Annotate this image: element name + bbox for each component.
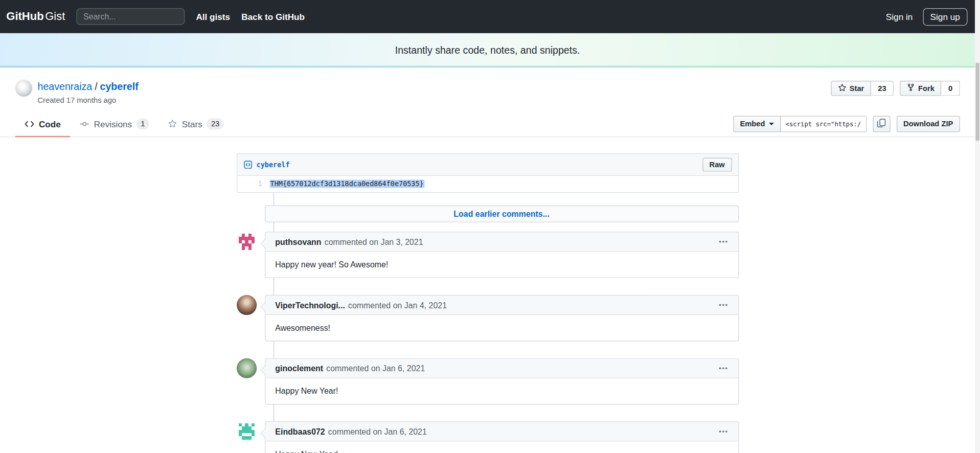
embed-dropdown-button[interactable]: Embed	[733, 116, 781, 132]
user-avatar[interactable]	[236, 358, 256, 378]
comment-author-link[interactable]: Eindbaas072	[275, 427, 325, 436]
created-timestamp: Created 17 months ago	[37, 96, 138, 105]
copy-icon	[877, 119, 886, 130]
caret-down-icon	[769, 123, 774, 125]
kebab-menu-icon[interactable]	[718, 237, 728, 247]
sign-in-link[interactable]: Sign in	[886, 12, 913, 22]
comment-item: ginoclement commented on Jan 6, 2021 Hap…	[265, 358, 739, 405]
copy-embed-button[interactable]	[873, 116, 890, 132]
scrollbar-thumb[interactable]	[975, 62, 979, 141]
identicon-avatar[interactable]	[236, 232, 256, 252]
fork-button[interactable]: Fork	[900, 81, 942, 96]
identicon-avatar[interactable]	[236, 421, 256, 441]
comment-body: Happy New Year!	[265, 442, 738, 453]
fork-icon	[907, 83, 915, 94]
comment-header: ginoclement commented on Jan 6, 2021	[265, 359, 738, 378]
gist-name-link[interactable]: cyberelf	[100, 81, 139, 92]
browser-viewport: GitHubGist All gists Back to GitHub Sign…	[0, 0, 980, 453]
comment-header: ViperTechnologi... commented on Jan 4, 2…	[265, 296, 738, 315]
raw-button[interactable]: Raw	[702, 158, 732, 172]
comment-meta: commented on Jan 4, 2021	[348, 300, 447, 309]
tab-stars-label: Stars	[182, 119, 202, 129]
auth-links: Sign in Sign up	[886, 8, 968, 25]
user-avatar[interactable]	[236, 295, 256, 315]
owner-avatar[interactable]	[16, 80, 32, 97]
tagline-text: Instantly share code, notes, and snippet…	[395, 45, 580, 56]
gist-header: heavenraiza/cyberelf Created 17 months a…	[0, 67, 975, 105]
comment-box: puthsovann commented on Jan 3, 2021 Happ…	[265, 232, 739, 278]
comment-body: Awesomeness!	[265, 315, 738, 341]
comment-item: Eindbaas072 commented on Jan 6, 2021 Hap…	[265, 421, 739, 453]
tab-stars[interactable]: Stars 23	[158, 111, 233, 137]
title-separator: /	[95, 81, 97, 92]
tab-code[interactable]: Code	[15, 111, 70, 137]
star-icon	[168, 119, 177, 128]
logo-github-text: GitHub	[6, 10, 43, 22]
top-header: GitHubGist All gists Back to GitHub Sign…	[0, 0, 975, 33]
line-number[interactable]: 1	[237, 178, 270, 190]
gist-tab-bar: Code Revisions 1 Stars 23 Embed	[0, 111, 975, 137]
embed-label: Embed	[740, 120, 765, 128]
stars-counter: 23	[207, 118, 224, 129]
file-header: cyberelf Raw	[237, 154, 738, 176]
gist-file-box: cyberelf Raw 1 THM{657012dcf3d1318dca0ed…	[236, 153, 738, 193]
fork-label: Fork	[918, 84, 935, 93]
kebab-menu-icon[interactable]	[718, 300, 728, 310]
star-count[interactable]: 23	[871, 81, 894, 96]
star-button[interactable]: Star	[831, 81, 871, 96]
social-buttons: Star 23 Fork 0	[831, 81, 960, 96]
kebab-menu-icon[interactable]	[718, 363, 728, 373]
comment-box: Eindbaas072 commented on Jan 6, 2021 Hap…	[265, 421, 739, 453]
comment-box: ViperTechnologi... commented on Jan 4, 2…	[265, 295, 739, 342]
comment-author-link[interactable]: ViperTechnologi...	[275, 300, 345, 309]
comment-body: Happy New Year!	[265, 378, 738, 404]
fork-button-group: Fork 0	[900, 81, 960, 96]
load-earlier-comments-button[interactable]: Load earlier comments...	[265, 206, 739, 222]
revisions-counter: 1	[136, 118, 149, 129]
comment-author-link[interactable]: ginoclement	[275, 364, 323, 373]
code-line: 1 THM{657012dcf3d1318dca0ed864f0e70535}	[237, 178, 738, 190]
gist-actions: Embed Download ZIP	[733, 116, 960, 132]
gist-content-column: cyberelf Raw 1 THM{657012dcf3d1318dca0ed…	[236, 153, 738, 453]
comment-meta: commented on Jan 3, 2021	[325, 237, 423, 246]
comment-header: puthsovann commented on Jan 3, 2021	[265, 232, 738, 252]
gist-title-block: heavenraiza/cyberelf Created 17 months a…	[37, 80, 138, 105]
tagline-banner: Instantly share code, notes, and snippet…	[0, 33, 975, 67]
code-area: 1 THM{657012dcf3d1318dca0ed864f0e70535}	[237, 176, 738, 192]
gist-page: GitHubGist All gists Back to GitHub Sign…	[0, 0, 975, 453]
commit-icon	[80, 119, 90, 129]
file-name-link[interactable]: cyberelf	[257, 161, 290, 169]
star-button-group: Star 23	[831, 81, 894, 96]
owner-link[interactable]: heavenraiza	[37, 81, 92, 92]
comment-item: ViperTechnologi... commented on Jan 4, 2…	[265, 295, 739, 342]
file-code-icon	[243, 161, 252, 169]
fork-count[interactable]: 0	[941, 81, 960, 96]
tab-revisions-label: Revisions	[94, 119, 132, 129]
tab-revisions[interactable]: Revisions 1	[70, 111, 158, 137]
comment-body: Happy new year! So Awesome!	[265, 252, 738, 277]
top-nav: All gists Back to GitHub	[196, 12, 316, 22]
comment-meta: commented on Jan 6, 2021	[326, 364, 425, 373]
embed-url-input[interactable]	[780, 116, 867, 132]
comment-author-link[interactable]: puthsovann	[275, 237, 321, 246]
nav-back-to-github[interactable]: Back to GitHub	[241, 12, 305, 22]
comment-header: Eindbaas072 commented on Jan 6, 2021	[265, 422, 738, 442]
logo-gist-text: Gist	[45, 10, 65, 22]
vertical-scrollbar[interactable]	[975, 0, 980, 453]
comments-timeline: Load earlier comments... puthsovann comm…	[265, 206, 739, 453]
star-label: Star	[850, 84, 864, 93]
selected-code: THM{657012dcf3d1318dca0ed864f0e70535}	[269, 180, 424, 188]
code-text: THM{657012dcf3d1318dca0ed864f0e70535}	[269, 178, 424, 190]
kebab-menu-icon[interactable]	[718, 426, 728, 437]
comment-item: puthsovann commented on Jan 3, 2021 Happ…	[265, 232, 739, 278]
main-content: cyberelf Raw 1 THM{657012dcf3d1318dca0ed…	[0, 153, 975, 453]
nav-all-gists[interactable]: All gists	[196, 12, 230, 22]
sign-up-button[interactable]: Sign up	[923, 8, 968, 25]
github-gist-logo[interactable]: GitHubGist	[6, 10, 65, 24]
gist-title: heavenraiza/cyberelf	[37, 80, 138, 94]
search-input[interactable]	[76, 8, 185, 25]
star-icon	[837, 83, 846, 94]
download-zip-button[interactable]: Download ZIP	[897, 116, 960, 132]
comment-meta: commented on Jan 6, 2021	[328, 427, 427, 436]
tab-code-label: Code	[39, 119, 61, 129]
